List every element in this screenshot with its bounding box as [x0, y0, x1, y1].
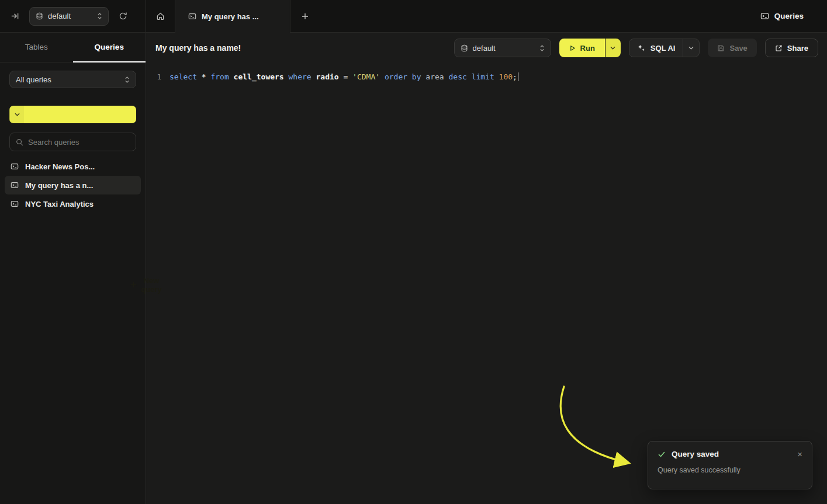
text-cursor [518, 72, 519, 81]
sql-token: radio [316, 72, 343, 81]
sql-token: = [343, 72, 352, 81]
sql-ai-menu-button[interactable] [683, 39, 699, 57]
check-icon [658, 450, 666, 458]
query-item-label: My query has a n... [25, 181, 93, 190]
collapse-sidebar-button[interactable] [8, 9, 22, 23]
run-button[interactable]: Run [559, 39, 605, 57]
save-label: Save [729, 44, 747, 53]
search-queries-input[interactable] [28, 138, 131, 147]
sql-ai-split-button: SQL AI [629, 39, 700, 57]
toast-close-button[interactable]: × [797, 450, 802, 458]
share-button[interactable]: Share [765, 39, 818, 57]
sql-code: select * from cell_towers where radio = … [169, 71, 518, 83]
collapse-sidebar-icon [11, 12, 19, 20]
sidebar-body: All queries New query [0, 62, 146, 213]
refresh-icon [119, 12, 127, 20]
topbar-left: default [0, 0, 146, 32]
database-selector-header[interactable]: default [454, 39, 551, 57]
query-filter-select[interactable]: All queries [9, 71, 136, 88]
toast-query-saved: Query saved × Query saved successfully [648, 441, 812, 489]
search-queries-box [9, 133, 136, 151]
query-list-item-my-query[interactable]: My query has a n... [5, 176, 141, 194]
query-item-label: NYC Taxi Analytics [25, 200, 94, 208]
sql-token: 'CDMA' [352, 72, 385, 81]
sql-token: select [169, 72, 202, 81]
code-line: 1 select * from cell_towers where radio … [146, 71, 827, 83]
select-chevrons-icon [539, 44, 545, 52]
editor-toolbar: default Run [454, 39, 818, 57]
home-icon [156, 12, 165, 20]
query-filter-value: All queries [16, 75, 51, 84]
sparkles-icon [637, 44, 645, 52]
queries-nav-button[interactable]: Queries [760, 12, 804, 20]
toast-header: Query saved × [658, 450, 802, 458]
database-icon [461, 44, 468, 52]
sql-ai-label: SQL AI [650, 44, 676, 53]
new-tab-button[interactable] [290, 0, 319, 32]
sql-token: * [202, 72, 211, 81]
sidebar-tab-queries-label: Queries [95, 43, 124, 51]
sql-token: cell_towers [234, 72, 289, 81]
query-list-item-nyc-taxi[interactable]: NYC Taxi Analytics [5, 194, 141, 213]
queries-nav-label: Queries [774, 12, 804, 20]
database-selector-value: default [48, 12, 71, 20]
sql-ai-button[interactable]: SQL AI [629, 39, 683, 57]
queries-icon [760, 12, 769, 20]
sql-editor[interactable]: 1 select * from cell_towers where radio … [146, 63, 827, 83]
search-icon [16, 138, 23, 146]
query-title: My query has a name! [155, 43, 241, 53]
share-icon [775, 44, 783, 52]
sidebar: Tables Queries All queries New query [0, 33, 146, 504]
query-item-label: Hacker News Pos... [25, 162, 95, 171]
topbar: default My query has ... [0, 0, 827, 33]
query-list: Hacker News Pos... My query has a n... N… [5, 157, 141, 213]
toast-title: Query saved [672, 450, 719, 458]
chevron-down-icon [688, 46, 694, 50]
home-button[interactable] [146, 0, 175, 32]
run-split-button: Run [559, 39, 621, 57]
select-chevrons-icon [124, 76, 130, 84]
new-query-split-button: New query [9, 106, 136, 123]
main-panel: My query has a name! default Run [146, 33, 827, 504]
save-button[interactable]: Save [708, 39, 756, 57]
sql-token: where [289, 72, 316, 81]
plus-icon [302, 13, 309, 20]
sql-token: limit [472, 72, 499, 81]
toast-message: Query saved successfully [658, 466, 802, 474]
sidebar-tabs: Tables Queries [0, 33, 146, 62]
query-icon [11, 162, 19, 171]
tab-label: My query has ... [202, 12, 259, 21]
tab-my-query[interactable]: My query has ... [175, 0, 290, 33]
play-icon [569, 45, 576, 51]
sidebar-tab-tables[interactable]: Tables [0, 33, 73, 62]
database-selector[interactable]: default [29, 7, 109, 26]
line-number: 1 [146, 71, 161, 83]
share-label: Share [787, 44, 808, 53]
sql-token: 100 [499, 72, 513, 81]
database-selector-header-value: default [473, 44, 496, 53]
tab-bar: My query has ... [146, 0, 760, 32]
editor-header: My query has a name! default Run [146, 33, 827, 63]
sql-token: desc [449, 72, 472, 81]
sql-token: ; [513, 72, 517, 81]
run-label: Run [580, 44, 595, 53]
chevron-down-icon [15, 113, 20, 116]
sidebar-tab-tables-label: Tables [25, 43, 48, 51]
query-icon [188, 12, 196, 20]
query-icon [11, 181, 19, 189]
run-menu-button[interactable] [605, 39, 621, 57]
chevron-down-icon [610, 46, 615, 50]
refresh-button[interactable] [116, 9, 130, 23]
sidebar-tab-queries[interactable]: Queries [73, 33, 146, 62]
select-chevrons-icon [97, 12, 102, 20]
sql-token: area [425, 72, 448, 81]
topbar-right: Queries [760, 0, 827, 32]
new-query-menu-button[interactable] [10, 106, 24, 123]
database-icon [36, 12, 43, 20]
query-icon [11, 200, 19, 208]
sql-token: from [210, 72, 233, 81]
sql-token: order by [385, 72, 425, 81]
save-icon [717, 44, 725, 52]
query-list-item-hacker-news[interactable]: Hacker News Pos... [5, 157, 141, 176]
